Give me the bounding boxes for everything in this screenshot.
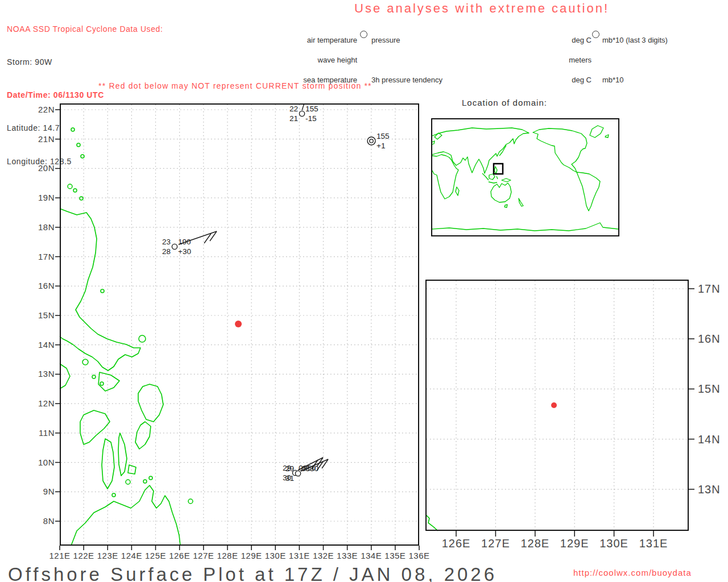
lat-label: 10N xyxy=(30,458,55,467)
island xyxy=(73,189,77,192)
lon-label: 121E xyxy=(48,551,72,560)
lon-label: 130E xyxy=(263,551,287,560)
world-coastline xyxy=(489,182,497,183)
lat-label: 8N xyxy=(30,516,55,526)
storm-position-dot xyxy=(235,321,242,327)
legend-meters: meters xyxy=(546,57,592,64)
lat-label: 16N xyxy=(698,332,721,346)
lat-label: 18N xyxy=(30,222,55,232)
station-plot-buoy-3: 2328190+30 xyxy=(162,231,217,256)
world-locator-map xyxy=(431,118,619,236)
island xyxy=(188,499,193,504)
coastline xyxy=(60,364,70,389)
lon-label: 123E xyxy=(96,551,119,560)
storm-zoom-map xyxy=(425,280,697,540)
lon-label: 131E xyxy=(287,551,311,560)
island xyxy=(143,480,147,483)
world-coastline xyxy=(502,178,511,182)
domain-inset-title: Location of domain: xyxy=(462,98,547,107)
storm-info-datetime: Date/Time: 06/1130 UTC xyxy=(7,90,163,101)
station-circle xyxy=(295,471,300,476)
lon-label: 132E xyxy=(311,551,335,560)
world-coastline xyxy=(435,133,442,139)
world-coastline xyxy=(590,126,603,138)
lat-label: 20N xyxy=(30,163,55,173)
legend-pressure: pressure xyxy=(371,37,442,44)
station-circle xyxy=(367,137,375,145)
island xyxy=(80,197,83,200)
station-pressure: 190 xyxy=(178,238,191,246)
legend-air-temperature: air temperature xyxy=(283,37,357,44)
storm-position-dot xyxy=(551,402,557,408)
buoy-surface-plot-page: NOAA SSD Tropical Cyclone Data Used: Sto… xyxy=(0,0,728,582)
lon-label: 128E xyxy=(518,537,552,550)
legend-degc-sea: deg C xyxy=(546,77,592,84)
legend-mb10: mb*10 xyxy=(602,77,668,84)
island xyxy=(149,476,152,480)
lon-label: 129E xyxy=(557,537,592,550)
caution-headline: Use analyses with extreme caution! xyxy=(354,1,609,16)
lat-label: 16N xyxy=(30,281,55,290)
island xyxy=(77,143,80,147)
lat-label: 17N xyxy=(30,252,55,261)
world-coastline xyxy=(491,183,511,202)
lat-label: 22N xyxy=(30,105,55,114)
coastline xyxy=(102,439,114,489)
lon-label: 136E xyxy=(407,551,431,560)
island xyxy=(92,375,96,379)
station-circle xyxy=(172,244,177,249)
world-coastline xyxy=(482,173,489,180)
coastline xyxy=(128,465,136,474)
storm-info-id: Storm: 90W xyxy=(7,57,163,68)
lon-label: 134E xyxy=(359,551,383,560)
station-circle-icon-units xyxy=(592,31,599,38)
source-url: http://coolwx.com/buoydata xyxy=(573,568,692,577)
station-air-temp: 22 xyxy=(289,105,298,113)
world-coastline xyxy=(432,155,458,199)
station-pressure: 155 xyxy=(305,105,318,113)
world-coastline xyxy=(432,223,618,231)
world-coastline xyxy=(497,176,498,179)
station-pressure: 0830 xyxy=(301,464,318,473)
lon-label: 124E xyxy=(119,551,143,560)
lon-label: 128E xyxy=(216,551,239,560)
island xyxy=(68,184,72,189)
lon-label: 135E xyxy=(383,551,407,560)
station-plot-buoy-1: 2221155-15 xyxy=(289,103,318,123)
red-dot-warning: ** Red dot below may NOT represent CURRE… xyxy=(98,81,372,90)
world-coastline xyxy=(504,205,507,207)
station-air-temp: 29 xyxy=(286,464,294,473)
world-coastline xyxy=(432,128,529,173)
coastline xyxy=(60,209,140,371)
station-sea-temp: 21 xyxy=(289,114,298,123)
legend-pressure-tendency: 3h pressure tendency xyxy=(371,77,442,84)
world-coastline xyxy=(456,187,459,196)
lon-label: 130E xyxy=(597,537,631,550)
station-sea-temp: 28 xyxy=(162,247,171,256)
lon-label: 127E xyxy=(192,551,216,560)
coastline xyxy=(71,485,180,546)
coastline xyxy=(425,514,438,531)
world-coastline xyxy=(494,167,497,174)
lat-label: 13N xyxy=(30,369,55,379)
lat-label: 14N xyxy=(698,433,721,446)
lat-label: 17N xyxy=(698,282,721,296)
lat-label: 11N xyxy=(30,428,55,438)
lat-label: 19N xyxy=(30,193,55,202)
world-coastline xyxy=(577,172,600,211)
island xyxy=(139,335,146,342)
lon-label: 125E xyxy=(144,551,168,560)
lon-label: 129E xyxy=(239,551,263,560)
main-map-layers: 2221155-15155+12328190+30293008502931083… xyxy=(60,103,418,546)
lat-label: 21N xyxy=(30,134,55,144)
station-air-temp: 23 xyxy=(162,238,171,246)
world-coastline xyxy=(489,174,495,180)
island xyxy=(112,493,115,497)
lat-label: 12N xyxy=(30,398,55,408)
lon-label: 126E xyxy=(168,551,192,560)
legend-mb10-last3: mb*10 (last 3 digits) xyxy=(602,37,668,44)
lat-label: 14N xyxy=(30,340,55,350)
island xyxy=(100,382,104,385)
station-sea-temp: 31 xyxy=(286,474,294,483)
lon-label: 127E xyxy=(478,537,512,550)
